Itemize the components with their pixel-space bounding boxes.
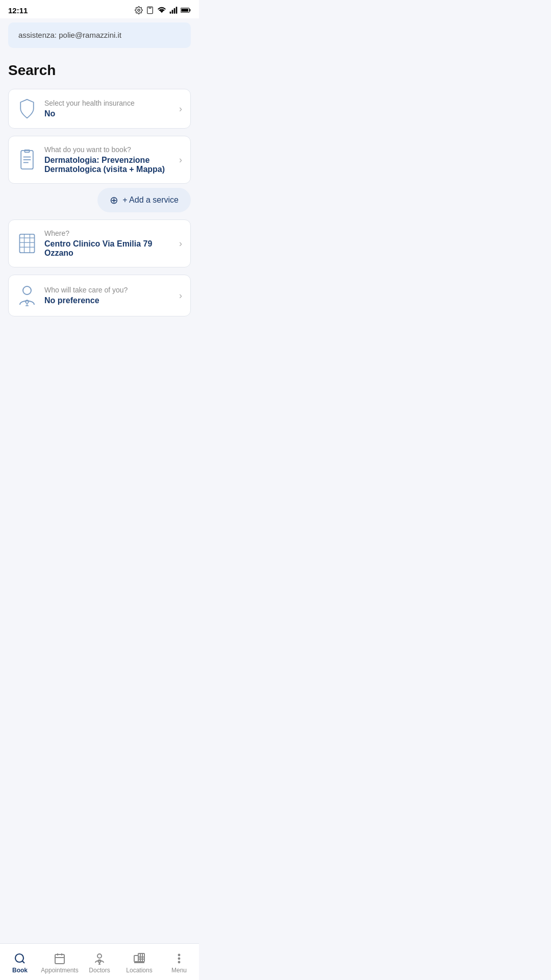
location-card[interactable]: Where? Centro Clinico Via Emilia 79 Ozza… <box>8 219 191 267</box>
location-chevron: › <box>179 238 182 249</box>
status-icons <box>135 6 191 14</box>
svg-rect-6 <box>176 7 178 13</box>
svg-rect-4 <box>172 10 173 13</box>
add-service-label: + Add a service <box>122 195 179 205</box>
main-content: Search Select your health insurance No ›… <box>0 52 199 375</box>
gear-icon <box>135 6 143 14</box>
service-card-content: What do you want to book? Dermatologia: … <box>44 145 172 174</box>
svg-rect-5 <box>174 8 176 14</box>
service-label: What do you want to book? <box>44 145 172 154</box>
wifi-icon <box>157 7 166 14</box>
doctor-label: Who will take care of you? <box>44 286 172 294</box>
doctor-card[interactable]: Who will take care of you? No preference… <box>8 275 191 316</box>
svg-point-0 <box>138 9 140 11</box>
svg-rect-1 <box>149 7 151 8</box>
search-title: Search <box>8 62 191 79</box>
insurance-value: No <box>44 109 172 118</box>
svg-rect-8 <box>189 9 190 11</box>
insurance-card-content: Select your health insurance No <box>44 99 172 118</box>
doctor-icon <box>17 284 37 307</box>
service-icon <box>17 150 37 170</box>
svg-rect-15 <box>19 234 34 253</box>
top-banner: assistenza: polie@ramazzini.it <box>8 22 191 48</box>
status-time: 12:11 <box>8 6 28 15</box>
doctor-chevron: › <box>179 290 182 301</box>
status-bar: 12:11 <box>0 0 199 18</box>
location-icon <box>17 233 37 254</box>
insurance-icon <box>17 99 37 119</box>
location-label: Where? <box>44 229 172 237</box>
doctor-card-content: Who will take care of you? No preference <box>44 286 172 305</box>
insurance-card[interactable]: Select your health insurance No › <box>8 89 191 129</box>
add-service-plus-icon: ⊕ <box>110 194 118 206</box>
service-chevron: › <box>179 155 182 165</box>
svg-point-21 <box>23 286 31 295</box>
service-value: Dermatologia: Prevenzione Dermatologica … <box>44 156 172 174</box>
svg-rect-9 <box>181 9 188 12</box>
insurance-label: Select your health insurance <box>44 99 172 107</box>
battery-icon <box>181 7 191 13</box>
service-card[interactable]: What do you want to book? Dermatologia: … <box>8 136 191 184</box>
location-card-content: Where? Centro Clinico Via Emilia 79 Ozza… <box>44 229 172 258</box>
svg-rect-3 <box>170 12 171 14</box>
doctor-value: No preference <box>44 296 172 305</box>
location-value: Centro Clinico Via Emilia 79 Ozzano <box>44 239 172 258</box>
clipboard-icon <box>146 6 154 14</box>
top-banner-text: assistenza: polie@ramazzini.it <box>18 31 121 39</box>
add-service-button[interactable]: ⊕ + Add a service <box>97 188 191 212</box>
insurance-chevron: › <box>179 104 182 114</box>
svg-marker-2 <box>160 10 164 13</box>
signal-icon <box>169 7 178 14</box>
svg-rect-11 <box>24 150 29 152</box>
